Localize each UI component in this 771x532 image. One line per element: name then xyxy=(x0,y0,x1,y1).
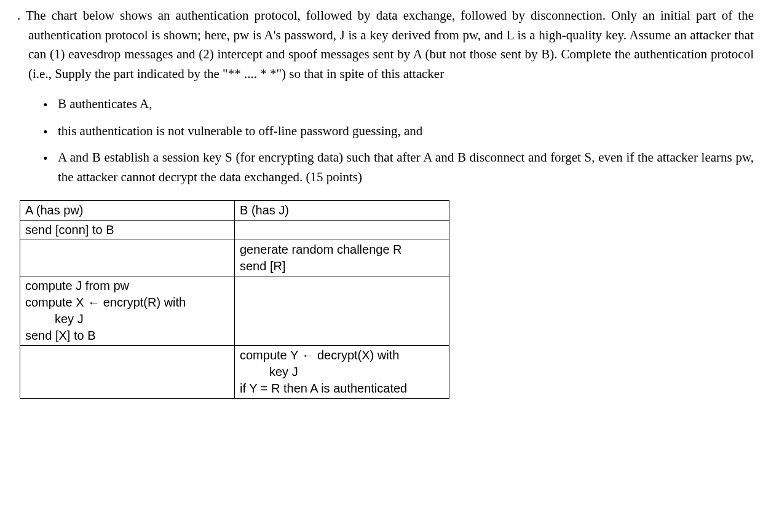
list-item: A and B establish a session key S (for e… xyxy=(43,148,754,187)
cell-b-header: B (has J) xyxy=(235,201,449,221)
protocol-table: A (has pw) B (has J) send [conn] to B ge… xyxy=(20,200,449,399)
table-row: compute J from pw compute X ← encrypt(R)… xyxy=(20,276,449,346)
protocol-step: compute X ← encrypt(R) with xyxy=(25,294,228,311)
question-intro: . The chart below shows an authenticatio… xyxy=(17,6,754,84)
cell-a xyxy=(20,346,235,399)
table-row: send [conn] to B xyxy=(20,221,449,240)
protocol-step: send [R] xyxy=(240,258,443,275)
cell-b: compute Y ← decrypt(X) with key J if Y =… xyxy=(235,346,449,399)
cell-b xyxy=(235,276,449,346)
protocol-step: generate random challenge R xyxy=(240,241,443,258)
protocol-step: send [X] to B xyxy=(25,327,228,344)
cell-b xyxy=(235,221,449,240)
protocol-step: if Y = R then A is authenticated xyxy=(240,380,443,397)
cell-a: send [conn] to B xyxy=(20,221,235,240)
protocol-step: compute J from pw xyxy=(25,278,228,294)
list-item: this authentication is not vulnerable to… xyxy=(43,122,754,141)
table-row: generate random challenge R send [R] xyxy=(20,240,449,276)
table-row: A (has pw) B (has J) xyxy=(20,201,449,221)
list-item: B authenticates A, xyxy=(43,95,754,114)
protocol-step-indent: key J xyxy=(25,311,228,327)
table-row: compute Y ← decrypt(X) with key J if Y =… xyxy=(20,346,449,399)
protocol-step: compute Y ← decrypt(X) with xyxy=(240,347,443,364)
cell-a-header: A (has pw) xyxy=(20,201,235,221)
protocol-step-indent: key J xyxy=(240,364,443,380)
cell-b: generate random challenge R send [R] xyxy=(235,240,449,276)
cell-a: compute J from pw compute X ← encrypt(R)… xyxy=(20,276,235,346)
cell-a xyxy=(20,240,235,276)
requirements-list: B authenticates A, this authentication i… xyxy=(17,95,754,187)
